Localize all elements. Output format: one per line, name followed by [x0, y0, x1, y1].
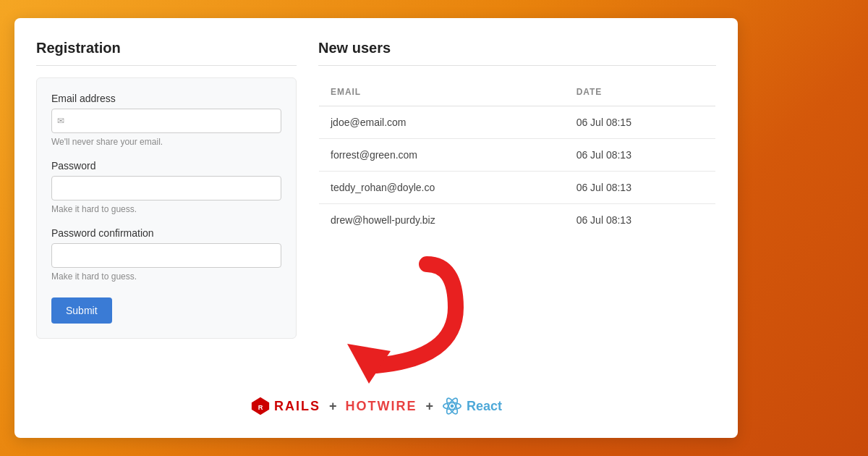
email-input-wrapper: ✉ [51, 109, 281, 133]
plus-sign-1: + [329, 399, 337, 414]
user-email-cell: drew@howell-purdy.biz [319, 204, 565, 237]
users-table-body: jdoe@email.com 06 Jul 08:15 forrest@gree… [319, 106, 716, 237]
react-text: React [467, 399, 502, 414]
svg-point-5 [451, 405, 454, 408]
email-icon: ✉ [57, 116, 64, 126]
user-date-cell: 06 Jul 08:13 [565, 204, 716, 237]
svg-text:R: R [258, 404, 263, 411]
email-column-header: EMAIL [319, 78, 565, 106]
password-label: Password [51, 160, 281, 172]
table-row: teddy_rohan@doyle.co 06 Jul 08:13 [319, 172, 716, 204]
password-confirmation-hint: Make it hard to guess. [51, 271, 281, 282]
password-group: Password Make it hard to guess. [51, 160, 281, 214]
email-input[interactable] [51, 109, 281, 133]
react-logo: React [442, 396, 502, 416]
new-users-panel: New users EMAIL DATE jdoe@email.com 06 J… [318, 40, 716, 339]
main-card: Registration Email address ✉ We'll never… [14, 18, 738, 438]
table-row: jdoe@email.com 06 Jul 08:15 [319, 106, 716, 139]
user-date-cell: 06 Jul 08:13 [565, 139, 716, 172]
user-email-cell: jdoe@email.com [319, 106, 565, 139]
date-column-header: DATE [565, 78, 716, 106]
rails-logo: R RAILS [250, 396, 320, 416]
user-date-cell: 06 Jul 08:13 [565, 172, 716, 204]
rails-gem-icon: R [250, 396, 271, 416]
svg-marker-0 [347, 344, 391, 384]
new-users-title: New users [318, 40, 716, 66]
user-email-cell: forrest@green.com [319, 139, 565, 172]
submit-button[interactable]: Submit [51, 297, 112, 324]
email-hint: We'll never share your email. [51, 137, 281, 147]
email-label: Email address [51, 93, 281, 104]
registration-panel: Registration Email address ✉ We'll never… [36, 40, 297, 339]
logos-bar: R RAILS + HOTWIRE + React [14, 389, 738, 423]
password-confirmation-group: Password confirmation Make it hard to gu… [51, 227, 281, 282]
table-row: forrest@green.com 06 Jul 08:13 [319, 139, 716, 172]
registration-title: Registration [36, 40, 297, 66]
users-table: EMAIL DATE jdoe@email.com 06 Jul 08:15 f… [318, 77, 716, 237]
hotwire-text: HOTWIRE [345, 399, 417, 414]
react-atom-icon [442, 396, 462, 416]
password-input[interactable] [51, 176, 281, 200]
user-email-cell: teddy_rohan@doyle.co [319, 172, 565, 204]
table-row: drew@howell-purdy.biz 06 Jul 08:13 [319, 204, 716, 237]
registration-form-card: Email address ✉ We'll never share your e… [36, 77, 297, 339]
rails-text: RAILS [274, 399, 320, 414]
password-confirmation-label: Password confirmation [51, 227, 281, 239]
plus-sign-2: + [425, 399, 433, 414]
user-date-cell: 06 Jul 08:15 [565, 106, 716, 139]
password-hint: Make it hard to guess. [51, 204, 281, 214]
table-header-row: EMAIL DATE [319, 78, 716, 106]
email-group: Email address ✉ We'll never share your e… [51, 93, 281, 147]
password-confirmation-input[interactable] [51, 243, 281, 268]
